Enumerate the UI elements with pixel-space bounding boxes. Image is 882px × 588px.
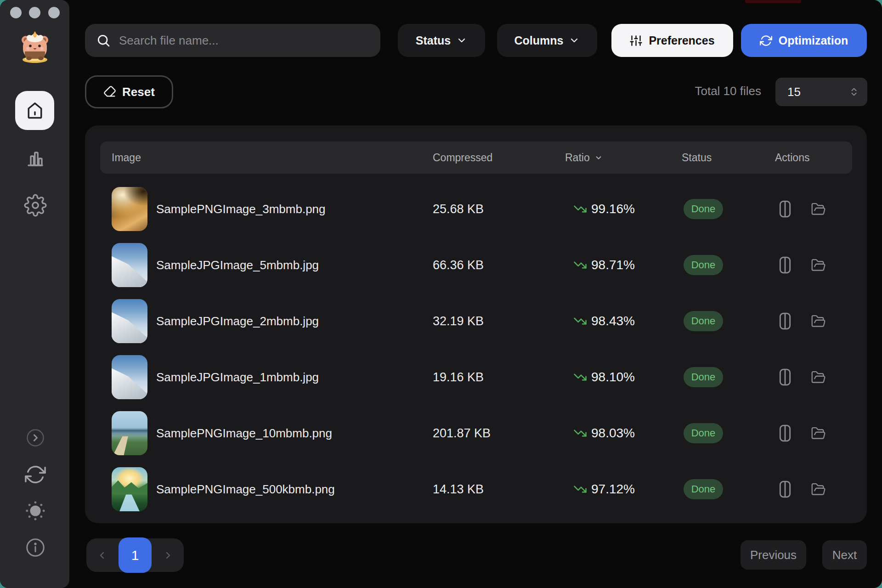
ratio-cell: 98.10% xyxy=(573,370,635,384)
ratio-cell: 98.71% xyxy=(573,258,635,272)
menubar-artifact xyxy=(745,0,801,3)
table-row[interactable]: SampleJPGImage_1mbmb.jpg19.16 KB98.10%Do… xyxy=(100,349,852,405)
compare-columns-button[interactable] xyxy=(778,311,792,331)
chevron-right-icon xyxy=(163,550,174,561)
compressed-size: 32.19 KB xyxy=(433,314,484,328)
table-rows: SamplePNGImage_3mbmb.png25.68 KB99.16%Do… xyxy=(100,181,852,517)
file-thumbnail xyxy=(112,243,147,287)
file-thumbnail xyxy=(112,411,147,455)
compressed-size: 66.36 KB xyxy=(433,258,484,272)
columns-button[interactable]: Columns xyxy=(497,24,597,57)
ratio-value: 98.03% xyxy=(591,426,635,441)
ratio-value: 97.12% xyxy=(591,482,635,497)
preferences-button[interactable]: Preferences xyxy=(611,24,733,57)
next-button[interactable]: Next xyxy=(822,540,867,570)
page-next-chevron-button[interactable] xyxy=(163,550,174,561)
reset-button[interactable]: Reset xyxy=(85,75,173,108)
open-folder-button[interactable] xyxy=(810,202,827,217)
column-header-actions: Actions xyxy=(775,152,809,164)
open-folder-button[interactable] xyxy=(810,258,827,273)
open-folder-button[interactable] xyxy=(810,370,827,385)
preferences-label: Preferences xyxy=(649,34,714,47)
row-actions xyxy=(778,293,827,349)
compare-columns-button[interactable] xyxy=(778,199,792,219)
sidebar-theme-button[interactable] xyxy=(25,500,46,521)
table-row[interactable]: SampleJPGImage_5mbmb.jpg66.36 KB98.71%Do… xyxy=(100,237,852,293)
compare-columns-button[interactable] xyxy=(778,479,792,499)
trending-down-icon xyxy=(573,370,587,384)
compressed-size: 14.13 KB xyxy=(433,482,484,497)
previous-button[interactable]: Previous xyxy=(741,540,806,570)
chevron-down-icon xyxy=(569,35,580,46)
trending-down-icon xyxy=(573,426,587,440)
table-row[interactable]: SamplePNGImage_10mbmb.png201.87 KB98.03%… xyxy=(100,405,852,461)
trending-down-icon xyxy=(573,314,587,328)
sidebar xyxy=(0,0,69,588)
row-actions xyxy=(778,405,827,461)
page-size-select[interactable]: 15 xyxy=(775,78,867,106)
open-folder-button[interactable] xyxy=(810,314,827,329)
compare-columns-button[interactable] xyxy=(778,255,792,275)
sidebar-expand-button[interactable] xyxy=(26,428,45,447)
home-icon xyxy=(25,101,45,121)
status-filter-label: Status xyxy=(416,34,451,47)
sun-icon xyxy=(25,500,46,521)
open-folder-icon xyxy=(810,482,827,497)
compare-columns-button[interactable] xyxy=(778,423,792,443)
file-name: SamplePNGImage_3mbmb.png xyxy=(156,202,326,216)
status-badge: Done xyxy=(684,255,723,275)
compare-columns-icon xyxy=(778,479,792,499)
page-prev-chevron-button[interactable] xyxy=(96,550,107,561)
traffic-light-zoom[interactable] xyxy=(48,7,60,18)
ratio-value: 98.10% xyxy=(591,370,635,384)
open-folder-button[interactable] xyxy=(810,426,827,441)
current-page-button[interactable]: 1 xyxy=(119,537,152,573)
table-row[interactable]: SampleJPGImage_2mbmb.jpg32.19 KB98.43%Do… xyxy=(100,293,852,349)
row-actions xyxy=(778,237,827,293)
open-folder-button[interactable] xyxy=(810,482,827,497)
file-name: SampleJPGImage_5mbmb.jpg xyxy=(156,258,319,272)
hamster-mascot-logo xyxy=(17,29,53,68)
compressed-size: 201.87 KB xyxy=(433,426,491,441)
compare-columns-button[interactable] xyxy=(778,367,792,387)
open-folder-icon xyxy=(810,314,827,329)
status-badge: Done xyxy=(684,367,723,387)
reset-label: Reset xyxy=(122,85,155,99)
ratio-value: 98.43% xyxy=(591,314,635,328)
status-filter-button[interactable]: Status xyxy=(398,24,485,57)
optimization-button[interactable]: Optimization xyxy=(741,24,867,57)
traffic-light-minimize[interactable] xyxy=(29,7,40,18)
ratio-value: 99.16% xyxy=(591,202,635,216)
compressed-size: 25.68 KB xyxy=(433,202,484,216)
column-header-image: Image xyxy=(112,152,141,164)
table-row[interactable]: SamplePNGImage_500kbmb.png14.13 KB97.12%… xyxy=(100,461,852,517)
optimization-label: Optimization xyxy=(779,34,848,47)
file-name: SampleJPGImage_1mbmb.jpg xyxy=(156,370,319,384)
status-badge: Done xyxy=(684,479,723,499)
row-actions xyxy=(778,349,827,405)
pagination: 1 xyxy=(86,538,184,572)
compare-columns-icon xyxy=(778,255,792,275)
row-actions xyxy=(778,181,827,237)
sidebar-info-button[interactable] xyxy=(25,537,46,558)
table-header: Image Compressed Ratio Status Actions xyxy=(100,141,852,174)
search-input[interactable] xyxy=(119,34,369,48)
sidebar-item-settings[interactable] xyxy=(24,194,47,217)
compare-columns-icon xyxy=(778,367,792,387)
column-header-ratio[interactable]: Ratio xyxy=(565,152,603,164)
results-table-card: Image Compressed Ratio Status Actions Sa… xyxy=(85,125,867,523)
traffic-light-close[interactable] xyxy=(10,7,22,18)
refresh-icon xyxy=(25,464,46,485)
app-window: Status Columns Preferences Optimization … xyxy=(0,0,882,588)
row-actions xyxy=(778,461,827,517)
column-header-status: Status xyxy=(682,152,712,164)
sidebar-item-home[interactable] xyxy=(15,91,54,130)
chevron-left-icon xyxy=(96,550,107,561)
info-icon xyxy=(25,537,46,558)
sidebar-refresh-button[interactable] xyxy=(25,464,46,485)
sidebar-item-statistics[interactable] xyxy=(24,147,46,169)
table-row[interactable]: SamplePNGImage_3mbmb.png25.68 KB99.16%Do… xyxy=(100,181,852,237)
status-badge: Done xyxy=(684,311,723,331)
open-folder-icon xyxy=(810,426,827,441)
trending-down-icon xyxy=(573,258,587,272)
